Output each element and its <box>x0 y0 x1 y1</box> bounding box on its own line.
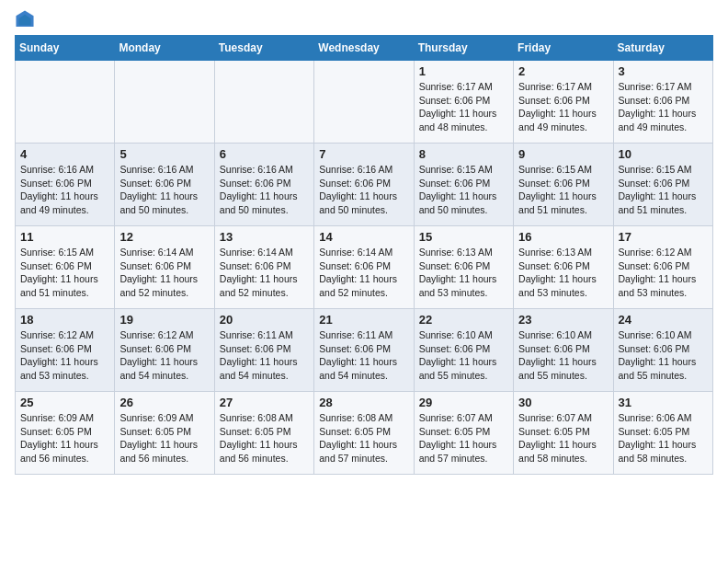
calendar-cell: 12Sunrise: 6:14 AM Sunset: 6:06 PM Dayli… <box>115 226 214 309</box>
cell-detail: Sunrise: 6:07 AM Sunset: 6:05 PM Dayligh… <box>419 411 508 465</box>
weekday-header-wednesday: Wednesday <box>314 36 414 61</box>
cell-detail: Sunrise: 6:09 AM Sunset: 6:05 PM Dayligh… <box>20 411 109 465</box>
cell-detail: Sunrise: 6:16 AM Sunset: 6:06 PM Dayligh… <box>119 163 209 217</box>
cell-detail: Sunrise: 6:15 AM Sunset: 6:06 PM Dayligh… <box>518 163 608 217</box>
cell-detail: Sunrise: 6:12 AM Sunset: 6:06 PM Dayligh… <box>119 328 209 383</box>
calendar-cell: 31Sunrise: 6:06 AM Sunset: 6:05 PM Dayli… <box>613 392 712 475</box>
cell-detail: Sunrise: 6:16 AM Sunset: 6:06 PM Dayligh… <box>220 163 309 217</box>
calendar-week-row: 1Sunrise: 6:17 AM Sunset: 6:06 PM Daylig… <box>16 61 713 144</box>
calendar-cell: 2Sunrise: 6:17 AM Sunset: 6:06 PM Daylig… <box>514 61 613 144</box>
calendar-cell: 18Sunrise: 6:12 AM Sunset: 6:06 PM Dayli… <box>16 309 115 392</box>
calendar-cell: 5Sunrise: 6:16 AM Sunset: 6:06 PM Daylig… <box>115 144 214 226</box>
weekday-header-friday: Friday <box>514 36 613 61</box>
cell-detail: Sunrise: 6:14 AM Sunset: 6:06 PM Dayligh… <box>319 246 408 300</box>
day-number: 29 <box>419 396 508 409</box>
day-number: 1 <box>419 64 508 78</box>
cell-detail: Sunrise: 6:14 AM Sunset: 6:06 PM Dayligh… <box>220 246 309 300</box>
day-number: 4 <box>20 147 109 161</box>
cell-detail: Sunrise: 6:13 AM Sunset: 6:06 PM Dayligh… <box>419 246 508 300</box>
calendar-cell <box>314 61 414 144</box>
day-number: 30 <box>518 396 608 409</box>
calendar-cell: 3Sunrise: 6:17 AM Sunset: 6:06 PM Daylig… <box>613 61 712 144</box>
calendar-cell: 6Sunrise: 6:16 AM Sunset: 6:06 PM Daylig… <box>214 144 313 226</box>
day-number: 10 <box>619 147 708 161</box>
cell-detail: Sunrise: 6:12 AM Sunset: 6:06 PM Dayligh… <box>20 328 109 383</box>
day-number: 24 <box>619 313 708 327</box>
cell-detail: Sunrise: 6:07 AM Sunset: 6:05 PM Dayligh… <box>518 411 608 465</box>
cell-detail: Sunrise: 6:16 AM Sunset: 6:06 PM Dayligh… <box>319 163 408 217</box>
calendar-cell: 10Sunrise: 6:15 AM Sunset: 6:06 PM Dayli… <box>613 144 712 226</box>
calendar-cell: 29Sunrise: 6:07 AM Sunset: 6:05 PM Dayli… <box>414 392 513 475</box>
day-number: 20 <box>220 313 309 327</box>
calendar-week-row: 25Sunrise: 6:09 AM Sunset: 6:05 PM Dayli… <box>16 392 713 475</box>
calendar-cell: 16Sunrise: 6:13 AM Sunset: 6:06 PM Dayli… <box>514 226 613 309</box>
calendar-cell: 23Sunrise: 6:10 AM Sunset: 6:06 PM Dayli… <box>514 309 613 392</box>
day-number: 7 <box>319 147 408 161</box>
calendar-cell: 27Sunrise: 6:08 AM Sunset: 6:05 PM Dayli… <box>214 392 313 475</box>
calendar-cell: 22Sunrise: 6:10 AM Sunset: 6:06 PM Dayli… <box>414 309 513 392</box>
day-number: 16 <box>518 230 608 244</box>
calendar-week-row: 4Sunrise: 6:16 AM Sunset: 6:06 PM Daylig… <box>16 144 713 226</box>
calendar-cell <box>214 61 313 144</box>
calendar-cell: 19Sunrise: 6:12 AM Sunset: 6:06 PM Dayli… <box>115 309 214 392</box>
calendar-cell: 1Sunrise: 6:17 AM Sunset: 6:06 PM Daylig… <box>414 61 513 144</box>
cell-detail: Sunrise: 6:11 AM Sunset: 6:06 PM Dayligh… <box>319 328 408 383</box>
calendar-cell: 9Sunrise: 6:15 AM Sunset: 6:06 PM Daylig… <box>514 144 613 226</box>
weekday-row: SundayMondayTuesdayWednesdayThursdayFrid… <box>16 36 713 61</box>
cell-detail: Sunrise: 6:17 AM Sunset: 6:06 PM Dayligh… <box>619 80 708 134</box>
weekday-header-sunday: Sunday <box>16 36 115 61</box>
weekday-header-saturday: Saturday <box>613 36 712 61</box>
calendar-cell: 15Sunrise: 6:13 AM Sunset: 6:06 PM Dayli… <box>414 226 513 309</box>
logo-icon <box>15 9 35 29</box>
cell-detail: Sunrise: 6:15 AM Sunset: 6:06 PM Dayligh… <box>20 246 109 300</box>
day-number: 13 <box>220 230 309 244</box>
cell-detail: Sunrise: 6:08 AM Sunset: 6:05 PM Dayligh… <box>319 411 408 465</box>
day-number: 21 <box>319 313 408 327</box>
calendar-cell: 14Sunrise: 6:14 AM Sunset: 6:06 PM Dayli… <box>314 226 414 309</box>
cell-detail: Sunrise: 6:15 AM Sunset: 6:06 PM Dayligh… <box>419 163 508 217</box>
day-number: 5 <box>119 147 209 161</box>
weekday-header-tuesday: Tuesday <box>214 36 313 61</box>
cell-detail: Sunrise: 6:08 AM Sunset: 6:05 PM Dayligh… <box>220 411 309 465</box>
calendar-cell: 25Sunrise: 6:09 AM Sunset: 6:05 PM Dayli… <box>16 392 115 475</box>
cell-detail: Sunrise: 6:09 AM Sunset: 6:05 PM Dayligh… <box>119 411 209 465</box>
day-number: 15 <box>419 230 508 244</box>
cell-detail: Sunrise: 6:17 AM Sunset: 6:06 PM Dayligh… <box>518 80 608 134</box>
day-number: 8 <box>419 147 508 161</box>
day-number: 23 <box>518 313 608 327</box>
calendar-cell: 28Sunrise: 6:08 AM Sunset: 6:05 PM Dayli… <box>314 392 414 475</box>
cell-detail: Sunrise: 6:06 AM Sunset: 6:05 PM Dayligh… <box>619 411 708 465</box>
calendar-cell: 26Sunrise: 6:09 AM Sunset: 6:05 PM Dayli… <box>115 392 214 475</box>
weekday-header-thursday: Thursday <box>414 36 513 61</box>
cell-detail: Sunrise: 6:10 AM Sunset: 6:06 PM Dayligh… <box>419 328 508 383</box>
cell-detail: Sunrise: 6:10 AM Sunset: 6:06 PM Dayligh… <box>518 328 608 383</box>
day-number: 31 <box>619 396 708 409</box>
calendar-cell: 17Sunrise: 6:12 AM Sunset: 6:06 PM Dayli… <box>613 226 712 309</box>
day-number: 28 <box>319 396 408 409</box>
calendar-cell: 4Sunrise: 6:16 AM Sunset: 6:06 PM Daylig… <box>16 144 115 226</box>
day-number: 2 <box>518 64 608 78</box>
day-number: 6 <box>220 147 309 161</box>
day-number: 3 <box>619 64 708 78</box>
day-number: 12 <box>119 230 209 244</box>
calendar-cell <box>16 61 115 144</box>
day-number: 19 <box>119 313 209 327</box>
calendar-cell: 21Sunrise: 6:11 AM Sunset: 6:06 PM Dayli… <box>314 309 414 392</box>
cell-detail: Sunrise: 6:10 AM Sunset: 6:06 PM Dayligh… <box>619 328 708 383</box>
calendar-header: SundayMondayTuesdayWednesdayThursdayFrid… <box>16 36 713 61</box>
cell-detail: Sunrise: 6:14 AM Sunset: 6:06 PM Dayligh… <box>119 246 209 300</box>
day-number: 17 <box>619 230 708 244</box>
calendar-cell: 20Sunrise: 6:11 AM Sunset: 6:06 PM Dayli… <box>214 309 313 392</box>
day-number: 9 <box>518 147 608 161</box>
weekday-header-monday: Monday <box>115 36 214 61</box>
calendar-week-row: 11Sunrise: 6:15 AM Sunset: 6:06 PM Dayli… <box>16 226 713 309</box>
calendar-cell: 8Sunrise: 6:15 AM Sunset: 6:06 PM Daylig… <box>414 144 513 226</box>
header <box>15 9 713 29</box>
cell-detail: Sunrise: 6:12 AM Sunset: 6:06 PM Dayligh… <box>619 246 708 300</box>
calendar-week-row: 18Sunrise: 6:12 AM Sunset: 6:06 PM Dayli… <box>16 309 713 392</box>
calendar-table: SundayMondayTuesdayWednesdayThursdayFrid… <box>15 35 713 475</box>
day-number: 27 <box>220 396 309 409</box>
cell-detail: Sunrise: 6:13 AM Sunset: 6:06 PM Dayligh… <box>518 246 608 300</box>
calendar-cell: 11Sunrise: 6:15 AM Sunset: 6:06 PM Dayli… <box>16 226 115 309</box>
day-number: 25 <box>20 396 109 409</box>
